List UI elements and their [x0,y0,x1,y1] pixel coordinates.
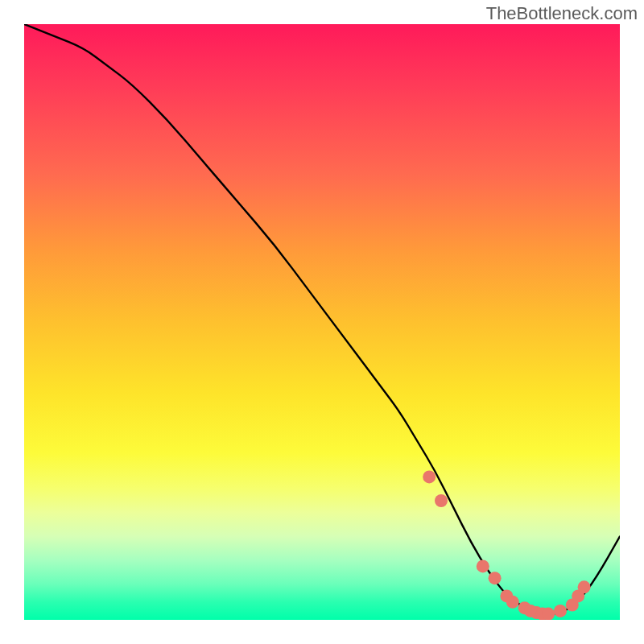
data-marker [435,494,448,507]
chart-overlay-svg [24,24,620,620]
marker-group [423,470,590,620]
chart-area [24,24,620,620]
data-marker [423,470,436,483]
bottleneck-curve-line [24,24,620,614]
data-marker [542,608,555,620]
data-marker [489,572,502,584]
data-marker [506,596,519,609]
watermark-text: TheBottleneck.com [486,3,638,24]
data-marker [578,580,591,593]
data-marker [554,605,567,617]
data-marker [477,559,489,572]
